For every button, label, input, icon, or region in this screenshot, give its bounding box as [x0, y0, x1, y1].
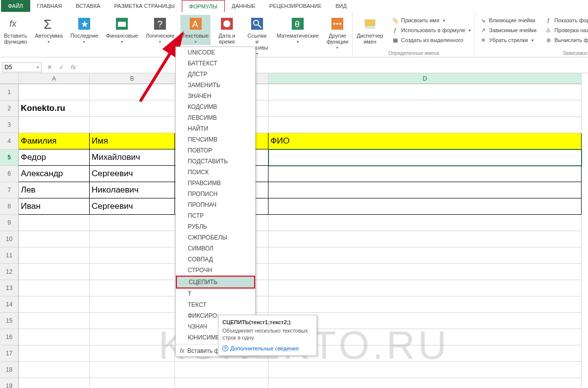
dropdown-item-НАЙТИ[interactable]: НАЙТИ — [176, 123, 255, 134]
recent-button[interactable]: ★ Последние ▾ — [68, 15, 100, 45]
cell-D11[interactable] — [268, 247, 582, 264]
create-from-selection-button[interactable]: ▦Создать из выделенного — [390, 36, 472, 45]
cell-D1[interactable] — [268, 84, 582, 100]
cell-B4[interactable]: Имя — [90, 133, 175, 149]
row-8[interactable]: 8 — [0, 198, 19, 215]
cell-B7[interactable]: Николаевич — [90, 182, 175, 198]
cell-A16[interactable] — [19, 329, 90, 345]
more-functions-button[interactable]: Другие функции ▾ — [324, 15, 350, 51]
dropdown-item-ДЛСТР[interactable]: ДЛСТР — [176, 69, 255, 80]
cell-D4[interactable]: ФИО — [268, 133, 582, 149]
col-D[interactable]: D — [268, 73, 582, 84]
cell-A11[interactable] — [19, 247, 90, 264]
dropdown-item-ЗАМЕНИТЬ[interactable]: ЗАМЕНИТЬ — [176, 80, 255, 91]
remove-arrows-button[interactable]: ✕Убрать стрелки▾ — [478, 36, 537, 45]
cell-B10[interactable] — [90, 231, 175, 247]
define-name-button[interactable]: 🏷️Присвоить имя▾ — [390, 16, 472, 25]
cell-B16[interactable] — [90, 329, 175, 345]
dropdown-item-ПОИСК[interactable]: ПОИСК — [176, 167, 255, 178]
cell-A17[interactable] — [19, 345, 90, 362]
dropdown-item-ТЕКСТ[interactable]: ТЕКСТ — [176, 299, 255, 310]
row-16[interactable]: 16 — [0, 329, 19, 345]
use-in-formula-button[interactable]: ƒИспользовать в формуле▾ — [390, 26, 472, 35]
row-19[interactable]: 19 — [0, 378, 19, 388]
dropdown-item-СИМВОЛ[interactable]: СИМВОЛ — [176, 243, 255, 254]
cell-B9[interactable] — [90, 215, 175, 231]
row-7[interactable]: 7 — [0, 182, 19, 198]
dropdown-item-КОДСИМВ[interactable]: КОДСИМВ — [176, 101, 255, 112]
col-A[interactable]: A — [19, 73, 90, 84]
logical-button[interactable]: ? Логические ▾ — [144, 15, 176, 45]
cell-A13[interactable] — [19, 280, 90, 296]
cell-D19[interactable] — [268, 378, 582, 388]
cell-A9[interactable] — [19, 215, 90, 231]
dropdown-item-ПЕЧСИМВ[interactable]: ПЕЧСИМВ — [176, 134, 255, 145]
cell-A6[interactable]: Александр — [19, 166, 90, 182]
cell-B18[interactable] — [90, 362, 175, 378]
row-14[interactable]: 14 — [0, 296, 19, 313]
math-button[interactable]: θ Математические ▾ — [275, 15, 321, 45]
dropdown-item-СТРОЧН[interactable]: СТРОЧН — [176, 265, 255, 276]
cell-B11[interactable] — [90, 247, 175, 264]
tab-insert[interactable]: ВСТАВКА — [69, 0, 107, 12]
cell-B8[interactable]: Сергеевич — [90, 198, 175, 215]
cell-D5[interactable] — [268, 149, 582, 166]
cell-A10[interactable] — [19, 231, 90, 247]
dropdown-item-UNICODE[interactable]: UNICODE — [176, 47, 255, 58]
row-18[interactable]: 18 — [0, 362, 19, 378]
error-check-button[interactable]: ⚠Проверка налич — [543, 26, 588, 35]
tab-layout[interactable]: РАЗМЕТКА СТРАНИЦЫ — [107, 0, 181, 12]
cell-B2[interactable] — [90, 100, 175, 117]
cell-A18[interactable] — [19, 362, 90, 378]
dropdown-item-СЖПРОБЕЛЫ[interactable]: СЖПРОБЕЛЫ — [176, 232, 255, 243]
cell-B17[interactable] — [90, 345, 175, 362]
row-10[interactable]: 10 — [0, 231, 19, 247]
trace-precedents-button[interactable]: ↘Влияющие ячейки — [478, 16, 537, 25]
cell-B12[interactable] — [90, 264, 175, 280]
cell-B5[interactable]: Михайлович — [90, 149, 175, 166]
row-12[interactable]: 12 — [0, 264, 19, 280]
cell-D2[interactable] — [268, 100, 582, 117]
row-5[interactable]: 5 — [0, 149, 19, 166]
row-17[interactable]: 17 — [0, 345, 19, 362]
dropdown-item-ЛЕВСИМВ[interactable]: ЛЕВСИМВ — [176, 112, 255, 123]
dropdown-item-БАТТЕКСТ[interactable]: БАТТЕКСТ — [176, 58, 255, 69]
cell-A2[interactable]: Konekto.ru — [19, 100, 90, 117]
cell-A12[interactable] — [19, 264, 90, 280]
cell-D7[interactable] — [268, 182, 582, 198]
dropdown-item-ПОВТОР[interactable]: ПОВТОР — [176, 145, 255, 156]
cell-B15[interactable] — [90, 313, 175, 329]
text-button[interactable]: A Текстовые ▾ — [180, 15, 211, 45]
row-6[interactable]: 6 — [0, 166, 19, 182]
cell-A14[interactable] — [19, 296, 90, 313]
cell-D3[interactable] — [268, 117, 582, 133]
row-2[interactable]: 2 — [0, 100, 19, 117]
select-all-corner[interactable] — [0, 73, 19, 84]
trace-dependents-button[interactable]: ↗Зависимые ячейки — [478, 26, 537, 35]
row-3[interactable]: 3 — [0, 117, 19, 133]
dropdown-item-ПРАВСИМВ[interactable]: ПРАВСИМВ — [176, 178, 255, 189]
cell-A1[interactable] — [19, 84, 90, 100]
cell-C19[interactable] — [175, 378, 268, 388]
tab-home[interactable]: ГЛАВНАЯ — [30, 0, 69, 12]
tab-file[interactable]: ФАЙЛ — [1, 0, 30, 12]
row-15[interactable]: 15 — [0, 313, 19, 329]
cell-A4[interactable]: Фамилия — [19, 133, 90, 149]
dropdown-item-ЗНАЧЕН[interactable]: ЗНАЧЕН — [176, 91, 255, 101]
cell-A15[interactable] — [19, 313, 90, 329]
cell-B13[interactable] — [90, 280, 175, 296]
cell-A19[interactable] — [19, 378, 90, 388]
cell-B14[interactable] — [90, 296, 175, 313]
tab-review[interactable]: РЕЦЕНЗИРОВАНИЕ — [262, 0, 328, 12]
row-11[interactable]: 11 — [0, 247, 19, 264]
dropdown-item-ПОДСТАВИТЬ[interactable]: ПОДСТАВИТЬ — [176, 156, 255, 167]
tab-data[interactable]: ДАННЫЕ — [225, 0, 263, 12]
cell-D12[interactable] — [268, 264, 582, 280]
row-9[interactable]: 9 — [0, 215, 19, 231]
name-manager-button[interactable]: Диспетчер имен — [355, 15, 385, 46]
cell-A8[interactable]: Иван — [19, 198, 90, 215]
cell-B19[interactable] — [90, 378, 175, 388]
cell-A7[interactable]: Лев — [19, 182, 90, 198]
evaluate-formula-button[interactable]: ⊚Вычислить фор — [543, 36, 588, 45]
cell-B3[interactable] — [90, 117, 175, 133]
